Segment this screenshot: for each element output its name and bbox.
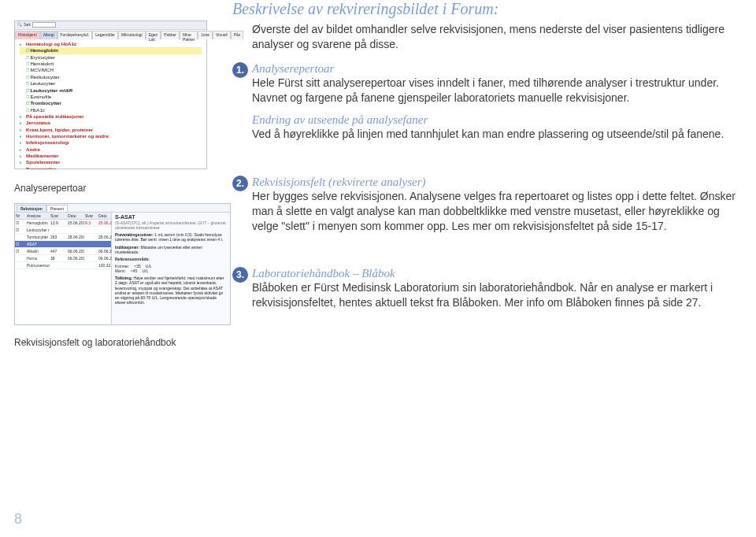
section-1: 1. Analyserepertoar Hele Fürst sitt anal… (252, 61, 737, 106)
section-1-title: Analyserepertoar (252, 62, 334, 75)
table-col: Analyse (26, 213, 50, 218)
section-2-title: Rekvisisjonsfelt (rekvirerte analyser) (252, 176, 425, 188)
section-1-body: Hele Fürst sitt analyserepertoar vises i… (252, 76, 737, 106)
detail-tolk: Høye verdier ved hjerteinfarkt: med maks… (115, 276, 224, 305)
snap1-tab[interactable]: Legemidler (92, 31, 118, 39)
bullet-3: 3. (232, 267, 248, 283)
snap2-table: NrAnalyseSvarDatoSvarDato ☑Hemoglobin13.… (15, 213, 112, 324)
table-row[interactable]: Pulmosensorisk100 22.03.2013 (15, 262, 111, 269)
intro-text: Øverste del av bildet omhandler selve re… (252, 22, 737, 52)
tree-node[interactable]: Andre (20, 146, 202, 153)
table-row[interactable]: ☑Leukocytter m.diff (15, 227, 111, 234)
tree-node[interactable]: Hematokrit (20, 61, 202, 67)
table-row[interactable]: Homo3806.06.201206.06.2012 (15, 255, 111, 262)
caption-1: Analyserepertoar (14, 183, 86, 194)
snap1-sok: Søk (24, 22, 31, 28)
screenshot-repertoire: 🔍 Søk KliniskjemiAllergiFordøyelsesykd.L… (14, 20, 207, 169)
snap2-tabs: Rekvisisjon Present (15, 204, 230, 213)
tree-node[interactable]: Sporelementer (20, 159, 202, 165)
detail-title: S-ASAT (115, 214, 227, 220)
tree-node[interactable]: HbA1c (20, 107, 202, 113)
tree-node[interactable]: Kreat.kjemi, lipider, proteiner (20, 127, 202, 133)
section-3: 3. Laboratoriehåndbok – Blåbok Blåboken … (252, 266, 737, 310)
section-3-body: Blåboken er Fürst Medisinsk Laboratorium… (252, 280, 737, 310)
section-2-body: Her bygges selve rekvisisjonen. Analysen… (252, 189, 737, 234)
tree-node[interactable]: Infeksjonsserologi (20, 139, 202, 146)
section-sub-body: Ved å høyreklikke på linjen med tannhjul… (252, 127, 737, 142)
screenshot-rekvisisjon: Rekvisisjon Present NrAnalyseSvarDatoSva… (14, 203, 231, 325)
snap1-tab[interactable]: Pås (231, 31, 244, 39)
snap1-toolbar: 🔍 Søk (15, 21, 206, 30)
detail-pre-hdr: Prøvetakingsrutiner: (115, 232, 154, 237)
tree-node[interactable]: På spesielle indikasjoner (20, 113, 202, 120)
tree-node[interactable]: Tungmetaller (20, 166, 202, 169)
search-input[interactable] (32, 22, 56, 28)
table-col: Dato (67, 213, 84, 218)
tree-node[interactable]: Eosinofile (20, 94, 202, 100)
bullet-1: 1. (232, 62, 248, 78)
snap1-tabs: KliniskjemiAllergiFordøyelsesykd.Legemid… (15, 30, 206, 39)
table-row[interactable]: ☑Alkalin44706.06.201206.06.2012 (15, 248, 111, 255)
search-icon: 🔍 (17, 22, 22, 28)
page-number: 8 (14, 511, 22, 528)
table-col: Svar (84, 213, 98, 218)
caption-2: Rekvisisjonsfelt og laboratoriehåndbok (14, 337, 176, 348)
table-col: Dato (98, 213, 112, 218)
table-row[interactable]: ☑Hemoglobin13.925.06.20148.325.06.2014 (15, 220, 111, 227)
table-row[interactable]: ☑ASAT (15, 241, 111, 248)
tree-node[interactable]: Trombocytter (20, 100, 202, 106)
snap2-tab-1[interactable]: Rekvisisjon (17, 205, 46, 212)
table-row[interactable]: Tombocytter29328.06.201228.06.2012 (15, 234, 111, 241)
snap2-detail: S-ASAT (S-ASAT[37C]; aft.) Aspartat amin… (112, 213, 230, 324)
tree-node[interactable]: Leukocytter m/diff (20, 87, 202, 94)
tree-node[interactable]: Hormoner, tumormarkører og andre (20, 133, 202, 139)
snap1-tab[interactable]: Mikrobiologi (118, 31, 146, 39)
snap1-tab[interactable]: Allergi (40, 31, 57, 39)
tree-node[interactable]: Retikulocytter (20, 74, 202, 80)
snap2-tab-2[interactable]: Present (46, 205, 68, 212)
snap1-tab[interactable]: Fordøyelsesykd. (57, 31, 93, 39)
detail-ind-hdr: Indikasjoner: (115, 245, 139, 250)
snap1-tab[interactable]: Liste (198, 31, 213, 39)
section-2: 2. Rekvisisjonsfelt (rekvirerte analyser… (252, 175, 737, 234)
section-3-title: Laboratoriehåndbok – Blåbok (252, 267, 395, 280)
page-title: Beskrivelse av rekvireringsbildet i Foru… (232, 0, 498, 18)
snap1-tab[interactable]: Egen Lab (146, 31, 161, 39)
tree-node[interactable]: Jernstatus (20, 120, 202, 126)
table-col: Nr (15, 213, 26, 218)
tree-node[interactable]: Erytrocytter (20, 54, 202, 61)
section-sub-title: Endring av utseende på analysefaner (252, 113, 428, 126)
detail-ref-table: Kvinner:<35U/LMenn:<45U/L (115, 264, 227, 273)
table-col: Svar (50, 213, 67, 218)
tree-node[interactable]: MCV/MCH (20, 67, 202, 73)
detail-tolk-hdr: Tolkning: (115, 276, 132, 280)
tree-node[interactable]: Leukocytter (20, 80, 202, 87)
snap1-tab[interactable]: Mine Pakker (180, 31, 198, 39)
bullet-2: 2. (232, 176, 248, 191)
snap1-tab[interactable]: Pakker (161, 31, 180, 39)
tree-node[interactable]: Hematologi og HbA1c (20, 41, 202, 47)
tree-node[interactable]: Medikamenter (20, 153, 202, 159)
detail-alt: (S-ASAT[37C]; aft.) Aspartat aminotransf… (115, 220, 227, 230)
section-sub: Endring av utseende på analysefaner Ved … (252, 113, 737, 142)
tree-node[interactable]: Hemoglobin (20, 47, 202, 54)
detail-ref-hdr: Referanseområde: (115, 257, 227, 261)
snap1-tab[interactable]: Kliniskjemi (15, 31, 40, 39)
snap1-tree: Hematologi og HbA1cHemoglobinErytrocytte… (15, 39, 206, 169)
snap1-tab[interactable]: Visuell (213, 31, 231, 39)
